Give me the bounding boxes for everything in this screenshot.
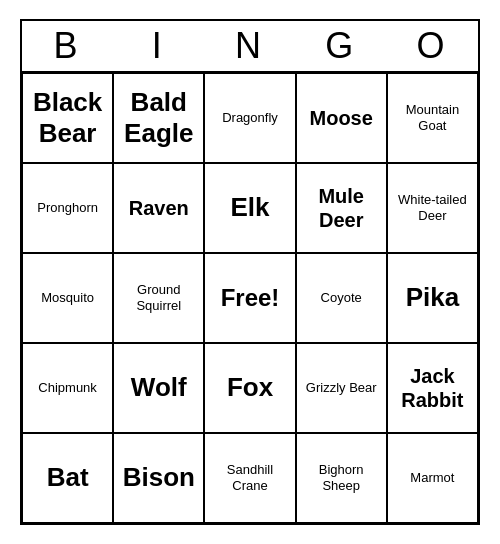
bingo-header: BINGO — [22, 21, 478, 73]
bingo-cell-r3-c1: Wolf — [113, 343, 204, 433]
bingo-header-letter: N — [204, 21, 295, 71]
bingo-cell-r1-c1: Raven — [113, 163, 204, 253]
bingo-cell-r4-c0: Bat — [22, 433, 113, 523]
bingo-cell-r2-c4: Pika — [387, 253, 478, 343]
bingo-cell-r4-c3: Bighorn Sheep — [296, 433, 387, 523]
bingo-header-letter: B — [22, 21, 113, 71]
bingo-cell-r3-c4: Jack Rabbit — [387, 343, 478, 433]
bingo-cell-r0-c3: Moose — [296, 73, 387, 163]
bingo-cell-r2-c1: Ground Squirrel — [113, 253, 204, 343]
bingo-header-letter: I — [113, 21, 204, 71]
bingo-cell-r3-c0: Chipmunk — [22, 343, 113, 433]
bingo-cell-r2-c3: Coyote — [296, 253, 387, 343]
bingo-grid: Black BearBald EagleDragonflyMooseMounta… — [22, 73, 478, 523]
bingo-cell-r4-c2: Sandhill Crane — [204, 433, 295, 523]
bingo-cell-r1-c2: Elk — [204, 163, 295, 253]
bingo-cell-r1-c4: White-tailed Deer — [387, 163, 478, 253]
bingo-cell-r3-c3: Grizzly Bear — [296, 343, 387, 433]
bingo-header-letter: G — [296, 21, 387, 71]
bingo-cell-r4-c4: Marmot — [387, 433, 478, 523]
bingo-cell-r0-c4: Mountain Goat — [387, 73, 478, 163]
bingo-cell-r0-c2: Dragonfly — [204, 73, 295, 163]
bingo-card: BINGO Black BearBald EagleDragonflyMoose… — [20, 19, 480, 525]
bingo-cell-r3-c2: Fox — [204, 343, 295, 433]
bingo-cell-r1-c0: Pronghorn — [22, 163, 113, 253]
bingo-cell-r2-c2: Free! — [204, 253, 295, 343]
bingo-cell-r0-c1: Bald Eagle — [113, 73, 204, 163]
bingo-header-letter: O — [387, 21, 478, 71]
bingo-cell-r0-c0: Black Bear — [22, 73, 113, 163]
bingo-cell-r4-c1: Bison — [113, 433, 204, 523]
bingo-cell-r2-c0: Mosquito — [22, 253, 113, 343]
bingo-cell-r1-c3: Mule Deer — [296, 163, 387, 253]
